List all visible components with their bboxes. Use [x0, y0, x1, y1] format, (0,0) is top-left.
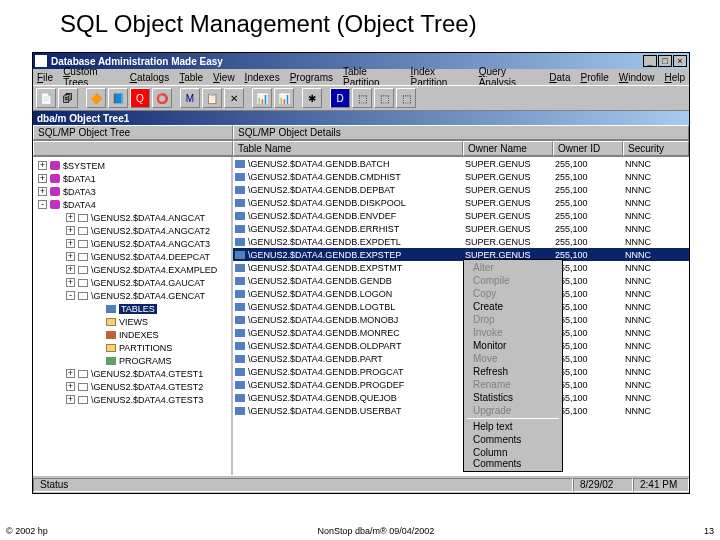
menu-item-refresh[interactable]: Refresh: [465, 365, 561, 378]
context-menu[interactable]: AlterCompileCopyCreateDropInvokeMonitorM…: [463, 259, 563, 472]
footer-copyright: © 2002 hp: [0, 526, 48, 536]
expand-icon[interactable]: +: [66, 213, 75, 222]
menu-item-monitor[interactable]: Monitor: [465, 339, 561, 352]
tree-node[interactable]: -$DATA4: [33, 198, 231, 211]
expand-icon[interactable]: +: [66, 252, 75, 261]
table-row[interactable]: \GENUS2.$DATA4.GENDB.PROGDEF255,100NNNC: [233, 378, 689, 391]
col-ownername[interactable]: Owner Name: [463, 141, 553, 156]
tool-6[interactable]: ⭕: [152, 88, 172, 108]
table-row[interactable]: \GENUS2.$DATA4.GENDB.GENDB255,100NNNC: [233, 274, 689, 287]
menu-indexes[interactable]: Indexes: [245, 72, 280, 83]
menu-data[interactable]: Data: [549, 72, 570, 83]
tree-node[interactable]: +\GENUS2.$DATA4.GTEST1: [33, 367, 231, 380]
tool-11[interactable]: 📊: [274, 88, 294, 108]
menu-help[interactable]: Help: [664, 72, 685, 83]
table-row[interactable]: \GENUS2.$DATA4.GENDB.MONOBJ255,100NNNC: [233, 313, 689, 326]
tool-16[interactable]: ⬚: [396, 88, 416, 108]
menu-file[interactable]: File: [37, 72, 53, 83]
tree-node[interactable]: +$DATA1: [33, 172, 231, 185]
tool-8[interactable]: 📋: [202, 88, 222, 108]
tool-7[interactable]: M: [180, 88, 200, 108]
details-header[interactable]: SQL/MP Object Details: [233, 125, 689, 140]
table-row[interactable]: \GENUS2.$DATA4.GENDB.CMDHISTSUPER.GENUS2…: [233, 170, 689, 183]
tool-14[interactable]: ⬚: [352, 88, 372, 108]
details-pane[interactable]: \GENUS2.$DATA4.GENDB.BATCHSUPER.GENUS255…: [233, 157, 689, 475]
tree-node[interactable]: +$SYSTEM: [33, 159, 231, 172]
tree-node[interactable]: PARTITIONS: [33, 341, 231, 354]
tree-node[interactable]: +$DATA3: [33, 185, 231, 198]
expand-icon[interactable]: +: [66, 265, 75, 274]
table-row[interactable]: \GENUS2.$DATA4.GENDB.EXPDETLSUPER.GENUS2…: [233, 235, 689, 248]
table-row[interactable]: \GENUS2.$DATA4.GENDB.USERBAT255,100NNNC: [233, 404, 689, 417]
child-titlebar[interactable]: dba/m Object Tree1: [33, 111, 689, 125]
table-row[interactable]: \GENUS2.$DATA4.GENDB.BATCHSUPER.GENUS255…: [233, 157, 689, 170]
tree-header[interactable]: SQL/MP Object Tree: [33, 125, 233, 140]
tree-node[interactable]: +\GENUS2.$DATA4.EXAMPLED: [33, 263, 231, 276]
tree-node[interactable]: PROGRAMS: [33, 354, 231, 367]
menu-profile[interactable]: Profile: [580, 72, 608, 83]
maximize-button[interactable]: □: [658, 55, 672, 67]
menu-programs[interactable]: Programs: [290, 72, 333, 83]
minimize-button[interactable]: _: [643, 55, 657, 67]
expand-icon[interactable]: +: [38, 174, 47, 183]
col-security[interactable]: Security: [623, 141, 689, 156]
tree-node[interactable]: +\GENUS2.$DATA4.ANGCAT: [33, 211, 231, 224]
menu-item-statistics[interactable]: Statistics: [465, 391, 561, 404]
table-row[interactable]: \GENUS2.$DATA4.GENDB.LOGON255,100NNNC: [233, 287, 689, 300]
table-row[interactable]: \GENUS2.$DATA4.GENDB.EXPSTMT255,100NNNC: [233, 261, 689, 274]
expand-icon[interactable]: +: [66, 382, 75, 391]
menu-catalogs[interactable]: Catalogs: [130, 72, 169, 83]
col-tablename[interactable]: Table Name: [233, 141, 463, 156]
tool-12[interactable]: ✱: [302, 88, 322, 108]
table-row[interactable]: \GENUS2.$DATA4.GENDB.PART255,100NNNC: [233, 352, 689, 365]
tool-15[interactable]: ⬚: [374, 88, 394, 108]
table-row[interactable]: \GENUS2.$DATA4.GENDB.ERRHISTSUPER.GENUS2…: [233, 222, 689, 235]
menu-item-column-comments[interactable]: Column Comments: [465, 446, 561, 470]
tree-node[interactable]: +\GENUS2.$DATA4.GTEST3: [33, 393, 231, 406]
tool-3[interactable]: 🔶: [86, 88, 106, 108]
col-ownerid[interactable]: Owner ID: [553, 141, 623, 156]
menu-window[interactable]: Window: [619, 72, 655, 83]
tree-node[interactable]: +\GENUS2.$DATA4.GAUCAT: [33, 276, 231, 289]
tree-node[interactable]: +\GENUS2.$DATA4.ANGCAT3: [33, 237, 231, 250]
tool-2[interactable]: 🗐: [58, 88, 78, 108]
table-row[interactable]: \GENUS2.$DATA4.GENDB.DISKPOOLSUPER.GENUS…: [233, 196, 689, 209]
tree-node[interactable]: +\GENUS2.$DATA4.DEEPCAT: [33, 250, 231, 263]
expand-icon[interactable]: +: [66, 226, 75, 235]
expand-icon[interactable]: +: [38, 187, 47, 196]
collapse-icon[interactable]: -: [38, 200, 47, 209]
table-row[interactable]: \GENUS2.$DATA4.GENDB.LOGTBL255,100NNNC: [233, 300, 689, 313]
table-row[interactable]: \GENUS2.$DATA4.GENDB.EXPSTEPSUPER.GENUS2…: [233, 248, 689, 261]
table-row[interactable]: \GENUS2.$DATA4.GENDB.OLDPART255,100NNNC: [233, 339, 689, 352]
tree-node[interactable]: INDEXES: [33, 328, 231, 341]
table-row[interactable]: \GENUS2.$DATA4.GENDB.ENVDEFSUPER.GENUS25…: [233, 209, 689, 222]
expand-icon[interactable]: +: [66, 239, 75, 248]
menu-item-help-text[interactable]: Help text: [465, 420, 561, 433]
table-row[interactable]: \GENUS2.$DATA4.GENDB.DEPBATSUPER.GENUS25…: [233, 183, 689, 196]
tree-node[interactable]: +\GENUS2.$DATA4.GTEST2: [33, 380, 231, 393]
table-row[interactable]: \GENUS2.$DATA4.GENDB.QUEJOB255,100NNNC: [233, 391, 689, 404]
tree-pane[interactable]: +$SYSTEM+$DATA1+$DATA3-$DATA4+\GENUS2.$D…: [33, 157, 233, 475]
tree-node[interactable]: -\GENUS2.$DATA4.GENCAT: [33, 289, 231, 302]
tree-node[interactable]: +\GENUS2.$DATA4.ANGCAT2: [33, 224, 231, 237]
tree-node[interactable]: VIEWS: [33, 315, 231, 328]
menu-view[interactable]: View: [213, 72, 235, 83]
tool-1[interactable]: 📄: [36, 88, 56, 108]
expand-icon[interactable]: +: [38, 161, 47, 170]
menu-table[interactable]: Table: [179, 72, 203, 83]
close-button[interactable]: ×: [673, 55, 687, 67]
expand-icon[interactable]: +: [66, 395, 75, 404]
tree-node[interactable]: TABLES: [33, 302, 231, 315]
menu-item-create[interactable]: Create: [465, 300, 561, 313]
tool-9[interactable]: ✕: [224, 88, 244, 108]
tool-13[interactable]: D: [330, 88, 350, 108]
table-row[interactable]: \GENUS2.$DATA4.GENDB.PROGCAT255,100NNNC: [233, 365, 689, 378]
collapse-icon[interactable]: -: [66, 291, 75, 300]
tool-4[interactable]: 📘: [108, 88, 128, 108]
menu-item-comments[interactable]: Comments: [465, 433, 561, 446]
table-row[interactable]: \GENUS2.$DATA4.GENDB.MONREC255,100NNNC: [233, 326, 689, 339]
expand-icon[interactable]: +: [66, 278, 75, 287]
tool-5[interactable]: Q: [130, 88, 150, 108]
expand-icon[interactable]: +: [66, 369, 75, 378]
tool-10[interactable]: 📊: [252, 88, 272, 108]
